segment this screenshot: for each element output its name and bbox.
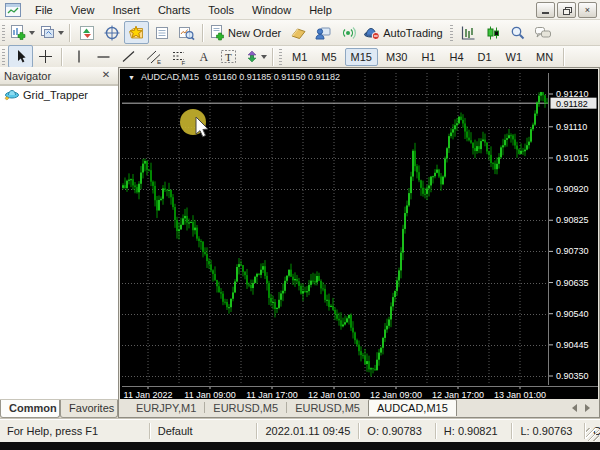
trendline-button[interactable]: [116, 45, 141, 68]
cursor-button[interactable]: [8, 45, 33, 68]
status-bar-time: 2022.01.11 09:45: [258, 423, 358, 439]
new-chart-button[interactable]: [8, 21, 37, 44]
arrows-dropdown-icon[interactable]: [261, 55, 267, 59]
svg-text:11 Jan 17:00: 11 Jan 17:00: [246, 390, 297, 400]
menu-bar: File View Insert Charts Tools Window Hel…: [0, 0, 600, 20]
profiles-dropdown-icon[interactable]: [58, 31, 64, 35]
tab-scroll-right-icon[interactable]: [585, 404, 590, 412]
chart-window-icon[interactable]: [4, 2, 22, 17]
chart-tab-eurjpy-m1[interactable]: EURJPY,M1: [128, 401, 204, 416]
svg-text:12 Jan 09:00: 12 Jan 09:00: [370, 390, 422, 400]
navigator-tabs: Common Favorites: [0, 400, 118, 418]
horizontal-line-button[interactable]: [91, 45, 116, 68]
navigator-tree: Grid_Trapper: [0, 85, 118, 400]
text-button[interactable]: A: [191, 45, 216, 68]
navigator-tab-favorites[interactable]: Favorites: [60, 400, 118, 418]
timeframe-m15[interactable]: M15: [345, 48, 378, 66]
status-help-text: For Help, press F1: [0, 423, 149, 439]
signals-button[interactable]: [336, 21, 361, 44]
status-profile[interactable]: Default: [151, 423, 257, 439]
trendline-icon: [121, 49, 136, 64]
toolbar-grip[interactable]: [450, 25, 453, 41]
tab-scroll-left-icon[interactable]: [572, 404, 577, 412]
chart-plot-area[interactable]: [122, 73, 548, 385]
toolbar-separator: [272, 48, 274, 66]
fibonacci-icon: F: [171, 49, 187, 65]
chart-tab-eurusd-m5-2[interactable]: EURUSD,M5: [287, 401, 368, 416]
svg-text:0.90540: 0.90540: [556, 309, 589, 319]
close-button[interactable]: ×: [578, 2, 597, 18]
navigator-star-icon: [128, 25, 145, 41]
menu-insert[interactable]: Insert: [103, 2, 149, 18]
text-label-button[interactable]: T: [216, 45, 241, 68]
svg-text:11 Jan 2022: 11 Jan 2022: [124, 390, 173, 400]
autotrading-button[interactable]: AutoTrading: [361, 21, 448, 44]
new-chart-dropdown-icon[interactable]: [29, 31, 35, 35]
zoom-button[interactable]: [506, 21, 531, 44]
hosting-icon: [315, 25, 332, 41]
terminal-button[interactable]: [149, 21, 174, 44]
chat-button[interactable]: [531, 21, 556, 44]
navigator-panel: Navigator ✕ Grid_Trapper Common Favorite…: [0, 67, 119, 418]
timeframe-m5[interactable]: M5: [315, 48, 342, 66]
one-click-trading-icon[interactable]: ▼: [128, 74, 135, 81]
vertical-line-button[interactable]: [66, 45, 91, 68]
close-icon: ×: [585, 5, 590, 15]
crosshair-button[interactable]: [33, 45, 58, 68]
toolbar-grip[interactable]: [2, 49, 5, 65]
candlestick-chart-button[interactable]: [481, 21, 506, 44]
svg-text:0.91015: 0.91015: [556, 153, 589, 163]
price-scale[interactable]: 0.912100.911100.910150.909200.908250.907…: [548, 73, 599, 385]
chart-tab-audcad-m15[interactable]: AUDCAD,M15: [368, 399, 457, 416]
chart-window-icon-svg: [5, 3, 21, 17]
equidistant-channel-button[interactable]: E: [141, 45, 166, 68]
timeframe-h1[interactable]: H1: [415, 48, 441, 66]
menu-tools[interactable]: Tools: [199, 2, 243, 18]
bar-chart-icon: [460, 25, 476, 41]
menu-file[interactable]: File: [26, 2, 62, 18]
metaeditor-icon: [290, 25, 307, 41]
metaeditor-button[interactable]: [286, 21, 311, 44]
navigator-close-icon[interactable]: ✕: [98, 68, 114, 83]
candlestick-chart: [122, 73, 548, 385]
navigator-button[interactable]: [124, 21, 149, 44]
menu-charts[interactable]: Charts: [149, 2, 199, 18]
chat-icon: [534, 25, 552, 41]
svg-text:12 Jan 01:00: 12 Jan 01:00: [308, 390, 360, 400]
chart-tab-eurusd-m5-1[interactable]: EURUSD,M5: [205, 401, 286, 416]
chart-title: ▼ AUDCAD,M15 0.91160 0.91185 0.91150 0.9…: [128, 72, 340, 82]
horizontal-line-icon: [96, 50, 111, 64]
timeframe-d1[interactable]: D1: [472, 48, 498, 66]
arrows-button[interactable]: [241, 45, 269, 68]
status-bar: For Help, press F1 Default 2022.01.11 09…: [0, 419, 600, 442]
hosting-button[interactable]: [311, 21, 336, 44]
menu-help[interactable]: Help: [300, 2, 341, 18]
zoom-icon: [510, 25, 526, 41]
fibonacci-button[interactable]: F: [166, 45, 191, 68]
timeframe-m30[interactable]: M30: [380, 48, 413, 66]
timeframe-m1[interactable]: M1: [286, 48, 313, 66]
market-watch-button[interactable]: [74, 21, 99, 44]
navigator-item-grid-trapper[interactable]: Grid_Trapper: [0, 86, 118, 104]
strategy-tester-button[interactable]: [174, 21, 199, 44]
timeframe-w1[interactable]: W1: [500, 48, 529, 66]
toolbar-separator: [563, 48, 565, 66]
resize-grip[interactable]: [586, 428, 599, 441]
data-window-button[interactable]: [99, 21, 124, 44]
profiles-button[interactable]: [37, 21, 66, 44]
bar-chart-button[interactable]: [456, 21, 481, 44]
svg-text:0.91210: 0.91210: [556, 89, 589, 99]
chart-tabs-bar: EURJPY,M1 EURUSD,M5 EURUSD,M5 AUDCAD,M15: [120, 399, 598, 416]
minimize-button[interactable]: [536, 2, 555, 18]
new-order-button[interactable]: New Order: [207, 21, 286, 44]
timeframe-mn[interactable]: MN: [530, 48, 559, 66]
toolbar-grip[interactable]: [2, 25, 5, 41]
navigator-tab-common[interactable]: Common: [0, 400, 60, 418]
restore-button[interactable]: [557, 2, 576, 18]
menu-window[interactable]: Window: [243, 2, 300, 18]
navigator-item-label: Grid_Trapper: [23, 89, 88, 101]
menu-view[interactable]: View: [62, 2, 104, 18]
profiles-icon: [39, 24, 56, 41]
timeframe-h4[interactable]: H4: [443, 48, 469, 66]
toolbar-grip[interactable]: [279, 49, 282, 65]
